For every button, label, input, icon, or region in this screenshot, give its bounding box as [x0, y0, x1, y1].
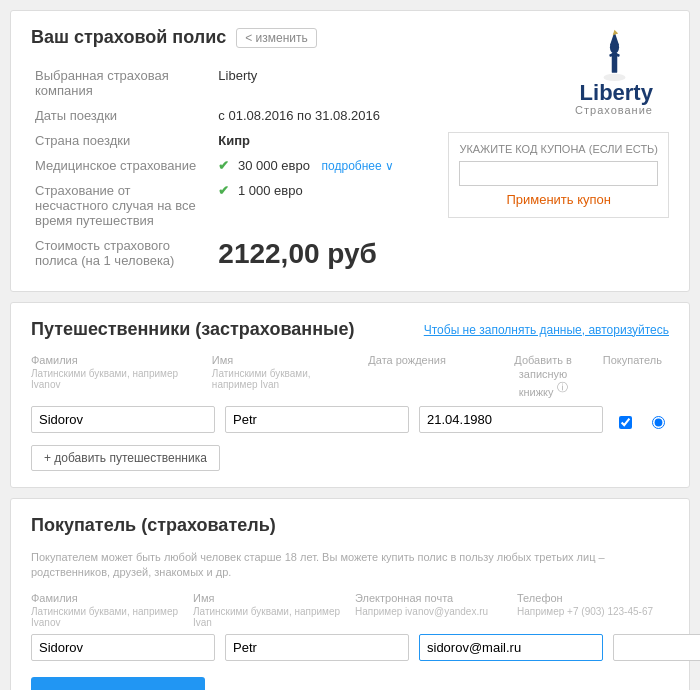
medical-check-icon: ✔ — [218, 158, 229, 173]
buyer-lastname-label: Фамилия — [31, 592, 183, 604]
buyer-firstname-input[interactable] — [225, 634, 409, 661]
traveler-firstname-col — [225, 406, 409, 433]
medical-value-cell: ✔ 30 000 евро подробнее ∨ — [214, 153, 438, 178]
buyer-lastname-input[interactable] — [31, 634, 215, 661]
col-addbook-header: Добавить в записную книжку ⓘ — [500, 354, 585, 400]
travelers-header: Путешественники (застрахованные) Чтобы н… — [31, 319, 669, 340]
country-row: Страна поездки Кипр — [31, 128, 438, 153]
apply-coupon-button[interactable]: Применить купон — [506, 192, 611, 207]
addbook-info-icon: ⓘ — [557, 381, 568, 393]
buyer-phone-input[interactable] — [613, 634, 700, 661]
coupon-label: УКАЖИТЕ КОД КУПОНА (ЕСЛИ ЕСТЬ) — [459, 143, 658, 155]
lastname-col-hint: Латинскими буквами, например Ivanov — [31, 368, 202, 390]
policy-info: Ваш страховой полис < изменить Выбранная… — [31, 27, 438, 275]
buyer-lastname-input-col — [31, 634, 215, 661]
policy-section: Ваш страховой полис < изменить Выбранная… — [10, 10, 690, 292]
traveler-lastname-col — [31, 406, 215, 433]
submit-button[interactable]: Далее (оплата) — [31, 677, 205, 690]
col-dob-header: Дата рождения — [368, 354, 490, 368]
firstname-col-hint: Латинскими буквами, например Ivan — [212, 368, 358, 390]
addbook-checkbox-wrapper — [613, 416, 638, 429]
policy-header-row: Ваш страховой полис < изменить — [31, 27, 438, 48]
medical-details-link[interactable]: подробнее ∨ — [322, 159, 394, 173]
price-value: 2122,00 руб — [218, 238, 377, 269]
accident-value-cell: ✔ 1 000 евро — [214, 178, 438, 233]
buyer-header: Покупатель (страхователь) — [31, 515, 669, 536]
policy-info-table: Выбранная страховая компания Liberty Дат… — [31, 63, 438, 275]
buyer-firstname-hint: Латинскими буквами, например Ivan — [193, 606, 345, 628]
traveler-dob-input[interactable] — [419, 406, 603, 433]
traveler-addbook-col — [613, 410, 638, 429]
buyer-form-headers: Фамилия Латинскими буквами, например Iva… — [31, 592, 669, 628]
accident-row: Страхование от несчастного случая на все… — [31, 178, 438, 233]
page-wrapper: Ваш страховой полис < изменить Выбранная… — [0, 0, 700, 690]
liberty-logo: Liberty Страхование — [559, 27, 669, 116]
price-value-cell: 2122,00 руб — [214, 233, 438, 275]
buyer-form-inputs — [31, 634, 669, 661]
company-label: Выбранная страховая компания — [31, 63, 214, 103]
buyer-section: Покупатель (страхователь) Покупателем мо… — [10, 498, 690, 690]
buyer-radio[interactable] — [652, 416, 665, 429]
traveler-row-0 — [31, 406, 669, 433]
dob-col-label: Дата рождения — [368, 354, 490, 366]
buyer-email-label: Электронная почта — [355, 592, 507, 604]
dates-label: Даты поездки — [31, 103, 214, 128]
traveler-firstname-input[interactable] — [225, 406, 409, 433]
addbook-col-label2: записную книжку ⓘ — [500, 368, 585, 398]
buyer-email-hint: Например ivanov@yandex.ru — [355, 606, 507, 617]
buyer-email-col-header: Электронная почта Например ivanov@yandex… — [355, 592, 507, 628]
col-buyer-header: Покупатель — [596, 354, 669, 368]
medical-label: Медицинское страхование — [31, 153, 214, 178]
travelers-title: Путешественники (застрахованные) — [31, 319, 354, 340]
travelers-section: Путешественники (застрахованные) Чтобы н… — [10, 302, 690, 488]
liberty-icon — [587, 27, 642, 82]
buyer-lastname-col-header: Фамилия Латинскими буквами, например Iva… — [31, 592, 183, 628]
buyer-radio-wrapper — [648, 416, 669, 429]
firstname-col-label: Имя — [212, 354, 358, 366]
country-label: Страна поездки — [31, 128, 214, 153]
price-row-tr: Стоимость страхового полиса (на 1 челове… — [31, 233, 438, 275]
traveler-dob-col — [419, 406, 603, 433]
logo-text-block: Liberty Страхование — [575, 82, 653, 116]
addbook-checkbox[interactable] — [619, 416, 632, 429]
dates-value: с 01.08.2016 по 31.08.2016 — [214, 103, 438, 128]
accident-label: Страхование от несчастного случая на все… — [31, 178, 214, 233]
traveler-buyer-col — [648, 410, 669, 429]
country-value: Кипр — [214, 128, 438, 153]
add-traveler-button[interactable]: + добавить путешественника — [31, 445, 220, 471]
buyer-firstname-label: Имя — [193, 592, 345, 604]
coupon-area: УКАЖИТЕ КОД КУПОНА (ЕСЛИ ЕСТЬ) Применить… — [448, 132, 669, 218]
svg-point-3 — [609, 41, 618, 54]
buyer-phone-label: Телефон — [517, 592, 669, 604]
buyer-firstname-input-col — [225, 634, 409, 661]
price-label: Стоимость страхового полиса (на 1 челове… — [31, 233, 214, 275]
logo-sub: Страхование — [575, 104, 653, 116]
traveler-lastname-input[interactable] — [31, 406, 215, 433]
policy-title: Ваш страховой полис — [31, 27, 226, 48]
buyer-description: Покупателем может быть любой человек ста… — [31, 550, 669, 581]
coupon-input[interactable] — [459, 161, 658, 186]
travelers-columns-header: Фамилия Латинскими буквами, например Iva… — [31, 354, 669, 400]
medical-value: 30 000 евро — [238, 158, 310, 173]
buyer-email-input-col — [419, 634, 603, 661]
right-panel: Liberty Страхование УКАЖИТЕ КОД КУПОНА (… — [438, 27, 669, 218]
logo-brand: Liberty — [575, 82, 653, 104]
company-value: Liberty — [214, 63, 438, 103]
auto-fill-link[interactable]: Чтобы не заполнять данные, авторизуйтесь — [424, 323, 669, 337]
col-firstname-header: Имя Латинскими буквами, например Ivan — [212, 354, 358, 390]
lastname-col-label: Фамилия — [31, 354, 202, 366]
buyer-phone-input-col — [613, 634, 700, 661]
accident-value: 1 000 евро — [238, 183, 303, 198]
buyer-phone-col-header: Телефон Например +7 (903) 123-45-67 — [517, 592, 669, 628]
buyer-lastname-hint: Латинскими буквами, например Ivanov — [31, 606, 183, 628]
policy-top: Ваш страховой полис < изменить Выбранная… — [31, 27, 669, 275]
medical-row: Медицинское страхование ✔ 30 000 евро по… — [31, 153, 438, 178]
buyer-phone-hint: Например +7 (903) 123-45-67 — [517, 606, 669, 617]
buyer-title: Покупатель (страхователь) — [31, 515, 276, 536]
company-row: Выбранная страховая компания Liberty — [31, 63, 438, 103]
buyer-email-input[interactable] — [419, 634, 603, 661]
change-link[interactable]: < изменить — [236, 28, 317, 48]
buyer-firstname-col-header: Имя Латинскими буквами, например Ivan — [193, 592, 345, 628]
accident-check-icon: ✔ — [218, 183, 229, 198]
buyer-col-label: Покупатель — [596, 354, 669, 366]
